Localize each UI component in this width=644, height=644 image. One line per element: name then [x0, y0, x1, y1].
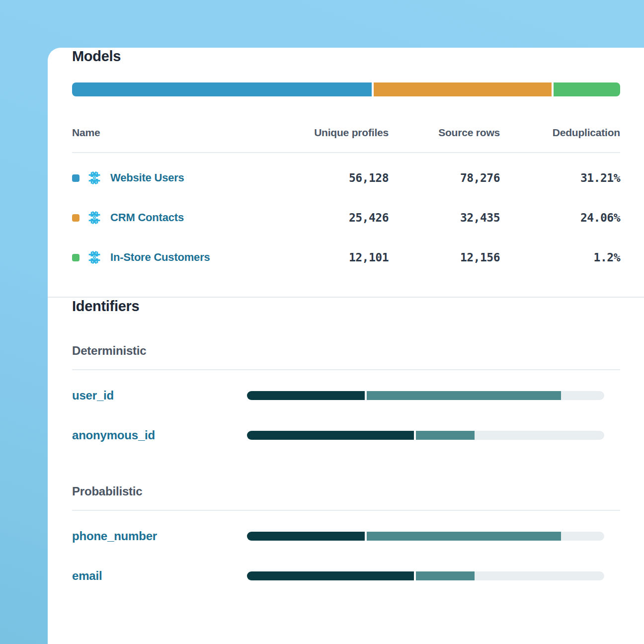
bar-segment: [374, 82, 552, 96]
identifier-row: user_id: [72, 376, 620, 415]
summary-card: Models Name Unique profiles Source rows …: [48, 48, 644, 644]
identifiers-section: Identifiers Deterministic user_id anonym…: [72, 298, 620, 596]
column-header-unique-profiles: Unique profiles: [279, 126, 389, 139]
model-name-cell: In-Store Customers: [72, 250, 279, 264]
models-table-body: Website Users 56,128 78,276 31.21% CRM C…: [72, 153, 620, 277]
column-header-source-rows: Source rows: [389, 126, 500, 139]
bar-segment: [416, 431, 475, 440]
identifier-groups: Deterministic user_id anonymous_id Proba…: [72, 343, 620, 596]
models-distribution-bar: [72, 82, 620, 96]
identifier-group: Deterministic user_id anonymous_id: [72, 343, 620, 455]
identifier-row: email: [72, 556, 620, 596]
unique-profiles-value: 25,426: [279, 211, 389, 224]
bar-segment: [367, 532, 561, 541]
source-rows-value: 12,156: [389, 251, 500, 264]
identifier-name-link[interactable]: user_id: [72, 389, 247, 402]
models-section-title: Models: [72, 48, 620, 65]
identifier-group-label: Probabilistic: [72, 484, 620, 499]
model-color-dot: [72, 254, 80, 261]
identifier-name-link[interactable]: anonymous_id: [72, 428, 247, 442]
source-rows-value: 78,276: [389, 171, 500, 184]
identifier-row: phone_number: [72, 516, 620, 556]
identifier-name-link[interactable]: email: [72, 569, 247, 583]
identifier-rows: phone_number email: [72, 511, 620, 596]
identifier-group: Probabilistic phone_number email: [72, 484, 620, 596]
identifier-rows: user_id anonymous_id: [72, 370, 620, 455]
identifier-bar-track: [247, 391, 604, 400]
column-header-name: Name: [72, 126, 279, 139]
model-name-link[interactable]: Website Users: [110, 171, 184, 184]
deduplication-value: 1.2%: [500, 251, 620, 264]
bar-segment: [247, 571, 414, 580]
model-color-dot: [72, 174, 80, 182]
bar-segment: [554, 82, 620, 96]
unique-profiles-value: 56,128: [279, 171, 389, 184]
identifier-bar-track: [247, 532, 604, 541]
identifier-group-label: Deterministic: [72, 343, 620, 358]
table-row: Website Users 56,128 78,276 31.21%: [72, 158, 620, 198]
deduplication-value: 24.06%: [500, 211, 620, 224]
snowflake-icon: [87, 171, 101, 185]
model-color-dot: [72, 214, 80, 222]
table-row: CRM Contacts 25,426 32,435 24.06%: [72, 198, 620, 238]
model-name-cell: Website Users: [72, 171, 279, 185]
deduplication-value: 31.21%: [500, 171, 620, 184]
bar-segment: [247, 391, 365, 400]
unique-profiles-value: 12,101: [279, 251, 389, 264]
identifier-row: anonymous_id: [72, 415, 620, 455]
identifier-name-link[interactable]: phone_number: [72, 529, 247, 543]
bar-segment: [367, 391, 561, 400]
snowflake-icon: [87, 211, 101, 225]
model-name-cell: CRM Contacts: [72, 211, 279, 225]
models-section: Models Name Unique profiles Source rows …: [72, 48, 620, 277]
source-rows-value: 32,435: [389, 211, 500, 224]
table-row: In-Store Customers 12,101 12,156 1.2%: [72, 238, 620, 277]
bar-segment: [247, 431, 414, 440]
snowflake-icon: [87, 250, 101, 264]
model-name-link[interactable]: CRM Contacts: [110, 211, 184, 224]
identifiers-section-title: Identifiers: [72, 298, 620, 315]
identifier-bar-track: [247, 431, 604, 440]
identifier-bar-track: [247, 571, 604, 580]
bar-segment: [247, 532, 365, 541]
models-table-header: Name Unique profiles Source rows Dedupli…: [72, 126, 620, 139]
bar-segment: [416, 571, 475, 580]
column-header-deduplication: Deduplication: [500, 126, 620, 139]
model-name-link[interactable]: In-Store Customers: [110, 251, 210, 264]
bar-segment: [72, 82, 372, 96]
